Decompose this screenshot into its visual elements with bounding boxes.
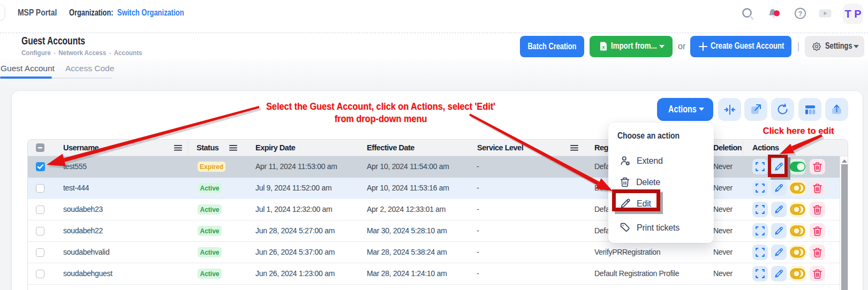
svg-text:x: x: [602, 44, 605, 50]
